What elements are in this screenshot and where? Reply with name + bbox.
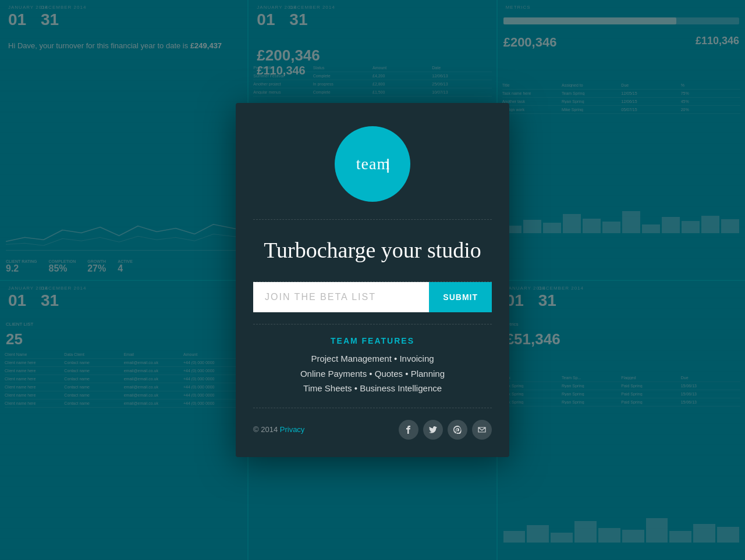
divider-3 [253,324,492,324]
twitter-button[interactable] [423,420,443,440]
facebook-button[interactable] [399,420,418,440]
logo-circle: team [335,126,410,202]
social-links [399,420,492,440]
privacy-link[interactable]: Privacy [280,425,305,434]
feature-line-2: Online Payments • Quotes • Planning [253,366,492,381]
feature-line-3: Time Sheets • Business Intelligence [253,381,492,396]
pinterest-button[interactable] [448,420,467,440]
divider-4 [253,408,492,408]
email-button[interactable] [472,420,492,440]
modal-form: SUBMIT [253,282,492,312]
modal-dialog: team Turbocharge your studio SUBMIT TEAM… [236,103,509,456]
beta-email-input[interactable] [253,282,429,312]
feature-line-1: Project Management • Invoicing [253,351,492,366]
modal-headline: Turbocharge your studio [236,220,509,281]
submit-button[interactable]: SUBMIT [429,282,492,312]
features-list: Project Management • Invoicing Online Pa… [253,351,492,396]
modal-overlay: team Turbocharge your studio SUBMIT TEAM… [0,0,745,560]
modal-features: TEAM FEATURES Project Management • Invoi… [236,336,509,396]
features-title: TEAM FEATURES [253,336,492,345]
modal-logo-area: team [236,103,509,219]
copyright: © 2014 Privacy [253,425,304,434]
logo-text: team [356,155,389,173]
modal-footer: © 2014 Privacy [236,420,509,440]
